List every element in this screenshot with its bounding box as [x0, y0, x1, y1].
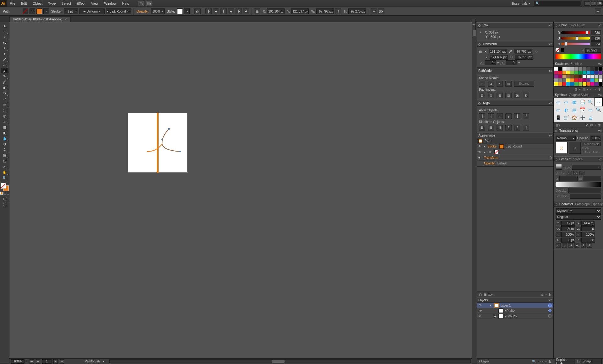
swatch-color[interactable] [566, 67, 570, 71]
symbol-item[interactable]: ▭ [554, 106, 562, 114]
menu-object[interactable]: Object [30, 0, 46, 7]
merge-icon[interactable]: ▦ [497, 93, 503, 98]
w-field[interactable] [316, 8, 334, 14]
symbol-item[interactable]: 🛒 [562, 114, 570, 121]
swatch-color[interactable] [554, 82, 558, 86]
allcaps-icon[interactable]: TT [556, 243, 561, 248]
appearance-stroke[interactable]: Stroke: [487, 145, 497, 148]
swatch-color[interactable] [590, 82, 594, 86]
strike-icon[interactable]: T̶ [587, 243, 592, 248]
swatch-color[interactable] [558, 75, 562, 78]
opacity-label[interactable]: Opacity: [137, 9, 149, 13]
scale-tool[interactable]: ⤢ [1, 96, 8, 102]
layers-panel-header[interactable]: Layers▾≡ [477, 297, 553, 303]
symbol-item[interactable]: 📱 [554, 114, 562, 121]
add-fill-icon[interactable]: fx▾ [488, 293, 492, 296]
add-stroke-icon[interactable]: ▣ [484, 293, 486, 296]
pencil-tool[interactable]: ✎ [1, 74, 8, 79]
menu-window[interactable]: Window [101, 0, 119, 7]
screen-mode-tool[interactable]: ▢ [1, 196, 8, 201]
selection-tool[interactable]: ▴ [1, 23, 8, 28]
fill-stroke-colors[interactable] [1, 183, 9, 191]
hand-tool[interactable]: ✋ [1, 170, 8, 175]
align-vcenter-icon[interactable]: ╋ [236, 8, 242, 14]
swatch-color[interactable] [562, 67, 566, 71]
swatch-color[interactable] [583, 78, 586, 82]
swatch-color[interactable] [566, 71, 570, 74]
outline-icon[interactable]: ▣ [514, 93, 520, 98]
align-vcenter-btn[interactable]: ╋ [514, 113, 520, 119]
lasso-tool[interactable]: ᔕ [1, 40, 8, 45]
symbol-sprayer-tool[interactable]: ✲ [1, 147, 8, 153]
swatch-color[interactable] [558, 71, 562, 74]
graph-tool[interactable]: ▤ [1, 153, 8, 158]
appearance-opacity[interactable]: Opacity: [484, 162, 496, 165]
appearance-fill[interactable]: Fill: [487, 150, 492, 154]
info-panel-header[interactable]: ◇ Info▾≡ [477, 22, 553, 28]
constrain-icon[interactable]: ✧ [535, 50, 538, 53]
sym-lib-icon[interactable]: ▥▾ [556, 123, 560, 127]
line-tool[interactable]: ／ [1, 57, 8, 62]
swatch-color[interactable] [579, 67, 582, 71]
symbol-item[interactable]: 🔍 [595, 106, 602, 114]
new-swatch-icon[interactable]: ▫ [595, 88, 596, 91]
swatch-color[interactable] [599, 71, 602, 74]
swatch-color[interactable] [587, 67, 590, 71]
pathfinder-panel-header[interactable]: Pathfinder▾≡ [477, 68, 553, 73]
align-top-btn[interactable]: ┳ [505, 113, 512, 119]
swatch-color[interactable] [566, 78, 570, 82]
dist-right-btn[interactable]: ┋ [523, 125, 529, 131]
clear-icon[interactable]: ⊘ [541, 293, 543, 296]
horizontal-scrollbar[interactable] [109, 359, 471, 363]
color-spectrum[interactable] [556, 54, 601, 59]
symbol-item[interactable]: ▤ [570, 106, 578, 114]
transform-ref-icon[interactable]: ▦ [254, 8, 260, 14]
smallcaps-icon[interactable]: Tt [562, 243, 567, 248]
swatch-color[interactable] [583, 75, 586, 78]
stroke-swatch[interactable] [36, 8, 42, 14]
magic-wand-tool[interactable]: ✧ [1, 34, 8, 40]
new-sublayer-icon[interactable]: ▫ [542, 360, 544, 363]
gradient-ramp[interactable] [556, 182, 601, 187]
free-transform-tool[interactable]: ⛶ [1, 108, 8, 113]
symbol-item[interactable]: ▭ [587, 106, 595, 114]
swatch-color[interactable] [599, 82, 602, 86]
eraser-tool[interactable]: ◧ [1, 85, 8, 90]
minus-front-icon[interactable]: ◪ [488, 81, 494, 87]
layer-row-path[interactable]: 👁<Path> [477, 308, 553, 313]
swatch-color[interactable] [574, 82, 578, 86]
dup-icon[interactable]: ▫ [545, 293, 546, 296]
swatch-color[interactable] [562, 82, 566, 86]
y-field[interactable] [291, 8, 309, 14]
panels-collapse-icon[interactable]: ◂◂ [472, 19, 476, 30]
swatch-color[interactable] [583, 67, 586, 71]
swatch-color[interactable] [587, 71, 590, 74]
fill-color-box[interactable] [1, 183, 6, 189]
mesh-tool[interactable]: ▦ [1, 125, 8, 130]
artboard[interactable] [128, 113, 187, 172]
kerning[interactable] [561, 226, 575, 231]
delete-layer-icon[interactable]: 🗑 [548, 360, 551, 363]
transform-w[interactable] [514, 49, 532, 54]
align-bottom-icon[interactable]: ┻ [243, 8, 249, 14]
pen-tool[interactable]: ✒ [1, 46, 8, 51]
char-rotation[interactable] [581, 238, 595, 243]
canvas[interactable] [9, 22, 472, 363]
swatch-color[interactable] [554, 67, 558, 71]
fill-swatch[interactable] [23, 8, 28, 14]
align-hcenter-btn[interactable]: ╋ [488, 113, 494, 119]
symbol-item[interactable]: ▭ [554, 98, 562, 106]
window-close[interactable]: ✕ [597, 1, 603, 6]
style-dropdown[interactable]: ▾ [184, 8, 190, 14]
dist-bottom-btn[interactable]: ☷ [497, 125, 503, 131]
swatch-kind-icon[interactable]: ▤ [583, 88, 585, 91]
align-left-icon[interactable]: ┣ [205, 8, 212, 14]
font-size[interactable] [561, 221, 575, 226]
minus-back-icon[interactable]: ◩ [523, 93, 529, 98]
style-swatch[interactable] [177, 8, 183, 14]
trash-icon[interactable]: 🗑 [548, 293, 551, 296]
swatch-color[interactable] [583, 82, 586, 86]
gradient-thumb[interactable] [556, 164, 562, 170]
make-mask-button[interactable]: Make Mask [582, 142, 601, 146]
swatch-color[interactable] [570, 82, 574, 86]
